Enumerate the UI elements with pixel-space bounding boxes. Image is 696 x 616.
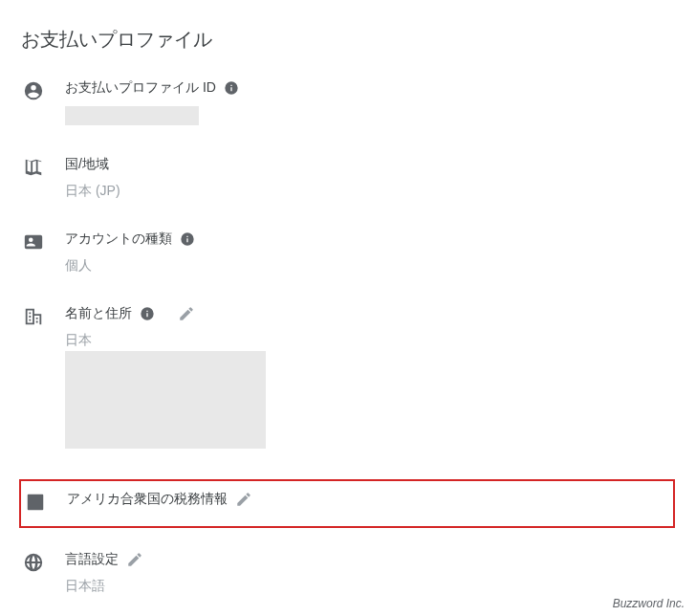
info-icon[interactable]	[140, 306, 155, 321]
tax-info-label: アメリカ合衆国の税務情報	[67, 491, 228, 508]
badge-icon	[23, 231, 44, 256]
globe-icon	[23, 552, 44, 577]
edit-icon[interactable]	[178, 305, 195, 322]
language-section: 言語設定 日本語	[21, 551, 675, 595]
profile-id-section: お支払いプロファイル ID	[21, 79, 675, 125]
tax-info-highlight: アメリカ合衆国の税務情報	[19, 479, 675, 528]
account-type-label: アカウントの種類	[65, 231, 172, 248]
name-address-country: 日本	[65, 332, 675, 349]
country-label: 国/地域	[65, 156, 109, 173]
name-address-redacted	[65, 351, 266, 449]
account-type-section: アカウントの種類 個人	[21, 231, 675, 275]
tax-info-section[interactable]: アメリカ合衆国の税務情報	[23, 491, 662, 517]
info-icon[interactable]	[224, 80, 239, 96]
country-section: 国/地域 日本 (JP)	[21, 156, 675, 200]
page-title: お支払いプロファイル	[21, 27, 675, 53]
profile-id-value-redacted	[65, 106, 199, 125]
country-value: 日本 (JP)	[65, 183, 675, 200]
profile-id-label: お支払いプロファイル ID	[65, 79, 216, 97]
building-icon	[23, 306, 44, 331]
map-icon	[23, 157, 44, 182]
name-address-section: 名前と住所 日本	[21, 305, 675, 449]
person-icon	[23, 80, 44, 105]
language-label: 言語設定	[65, 551, 119, 568]
document-icon	[25, 492, 46, 517]
footer-brand: Buzzword Inc.	[613, 597, 685, 610]
language-value: 日本語	[65, 578, 675, 595]
name-address-label: 名前と住所	[65, 305, 132, 322]
info-icon[interactable]	[180, 231, 195, 247]
edit-icon[interactable]	[235, 491, 252, 508]
edit-icon[interactable]	[126, 551, 143, 568]
account-type-value: 個人	[65, 257, 675, 275]
